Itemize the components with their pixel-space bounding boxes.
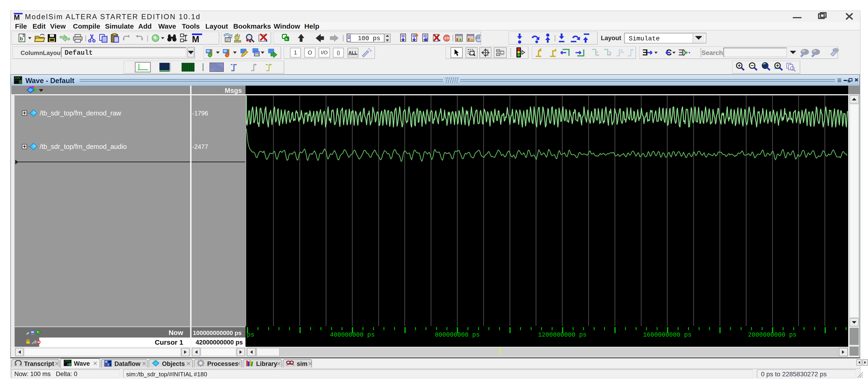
svg-text:b: b: [20, 36, 23, 41]
svg-text:100 ps: 100 ps: [358, 35, 380, 42]
svg-text:Ǝ: Ǝ: [678, 48, 684, 57]
svg-text:STOP: STOP: [444, 36, 453, 40]
svg-text:Ǝ: Ǝ: [642, 48, 648, 57]
svg-text:b: b: [285, 37, 287, 41]
svg-text:M: M: [192, 34, 199, 43]
